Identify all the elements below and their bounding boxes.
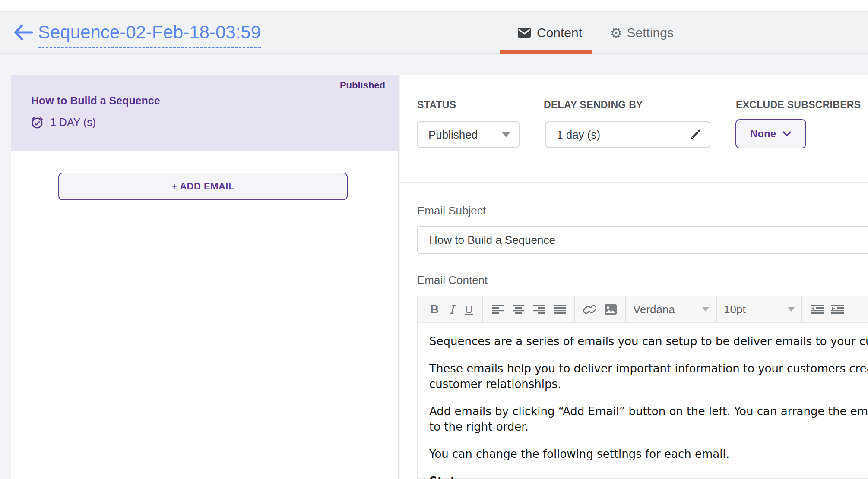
delay-field-value: 1 day (s) <box>557 128 600 142</box>
align-justify-button[interactable] <box>549 299 570 319</box>
email-card-delay-row: 1 DAY (s) <box>29 113 96 131</box>
envelope-icon <box>517 28 531 38</box>
gear-icon: ⚙ <box>610 26 623 40</box>
italic-button[interactable]: I <box>443 299 460 319</box>
underline-button[interactable]: U <box>460 299 478 319</box>
email-card-delay-label: 1 DAY (s) <box>50 116 96 129</box>
toolbar-separator <box>574 296 575 322</box>
sequence-title-link[interactable]: Sequence-02-Feb-18-03:59 <box>38 22 261 48</box>
toolbar-separator <box>801 296 802 322</box>
tab-settings-label: Settings <box>627 25 674 40</box>
align-center-button[interactable] <box>508 299 529 319</box>
align-left-button[interactable] <box>487 299 508 319</box>
exclude-subscribers-button[interactable]: None <box>735 119 806 148</box>
align-left-icon <box>492 304 504 315</box>
insert-image-button[interactable] <box>600 299 621 319</box>
delay-label: DELAY SENDING BY <box>544 99 643 111</box>
alarm-clock-icon <box>29 114 45 130</box>
email-card[interactable]: Published How to Build a Sequence 1 DAY … <box>11 75 398 151</box>
insert-link-button[interactable] <box>580 299 600 319</box>
header-bar: Sequence-02-Feb-18-03:59 Content ⚙ Setti… <box>0 11 868 54</box>
exclude-subscribers-label: EXCLUDE SUBSCRIBERS <box>736 99 861 111</box>
font-family-value: Verdana <box>633 303 675 316</box>
rich-text-editor: B I U <box>417 296 868 479</box>
dropdown-caret-icon <box>702 307 709 312</box>
image-icon <box>604 304 617 315</box>
chevron-down-icon <box>782 131 792 137</box>
delay-sending-field[interactable]: 1 day (s) <box>545 121 710 148</box>
editor-toolbar: B I U <box>418 296 868 323</box>
font-size-select[interactable]: 10pt <box>721 299 797 319</box>
tab-content[interactable]: Content <box>517 12 582 54</box>
add-email-button[interactable]: + ADD EMAIL <box>58 173 348 200</box>
content-line: These emails help you to deliver importa… <box>429 361 868 376</box>
pencil-icon <box>690 129 701 140</box>
email-subject-label: Email Subject <box>417 204 486 217</box>
email-card-title: How to Build a Sequence <box>31 95 160 107</box>
link-icon <box>583 303 596 316</box>
font-family-select[interactable]: Verdana <box>630 299 712 319</box>
email-list-panel: Published How to Build a Sequence 1 DAY … <box>11 75 399 479</box>
bold-button[interactable]: B <box>426 299 443 319</box>
align-center-icon <box>513 304 524 315</box>
align-right-icon <box>533 304 545 315</box>
email-editor-panel: STATUS DELAY SENDING BY EXCLUDE SUBSCRIB… <box>400 75 868 479</box>
content-line: Status <box>429 473 868 479</box>
tab-settings[interactable]: ⚙ Settings <box>610 12 674 54</box>
top-strip <box>0 0 868 11</box>
arrow-left-icon <box>12 23 35 41</box>
indent-button[interactable] <box>827 299 848 319</box>
align-right-button[interactable] <box>529 299 549 319</box>
exclude-subscribers-value: None <box>750 128 776 140</box>
status-select-value: Published <box>428 128 478 142</box>
outdent-icon <box>811 304 824 315</box>
toolbar-separator <box>625 296 626 322</box>
toolbar-separator <box>716 296 717 322</box>
indent-icon <box>831 304 844 315</box>
back-button[interactable] <box>12 23 35 41</box>
content-line: Sequences are a series of emails you can… <box>429 334 868 349</box>
email-content-label: Email Content <box>417 274 488 287</box>
font-size-value: 10pt <box>724 303 746 316</box>
email-status-badge: Published <box>340 80 385 91</box>
content-line: You can change the following settings fo… <box>429 446 868 462</box>
dropdown-caret-icon <box>788 307 795 312</box>
outdent-button[interactable] <box>807 299 827 319</box>
content-line: customer relationships. <box>429 376 868 392</box>
status-select[interactable]: Published <box>417 121 520 148</box>
align-justify-icon <box>554 304 566 315</box>
email-content-body[interactable]: Sequences are a series of emails you can… <box>418 323 868 479</box>
sequence-editor-screen: Sequence-02-Feb-18-03:59 Content ⚙ Setti… <box>0 0 868 479</box>
section-divider <box>400 182 868 183</box>
tab-content-label: Content <box>537 25 582 40</box>
content-line: Add emails by clicking “Add Email” butto… <box>429 403 868 419</box>
dropdown-caret-icon <box>502 132 510 137</box>
toolbar-separator <box>482 296 483 322</box>
email-subject-input[interactable]: How to Build a Sequence <box>417 226 868 254</box>
status-label: STATUS <box>417 99 456 111</box>
content-line: to the right order. <box>429 419 868 435</box>
active-tab-underline <box>500 50 592 54</box>
